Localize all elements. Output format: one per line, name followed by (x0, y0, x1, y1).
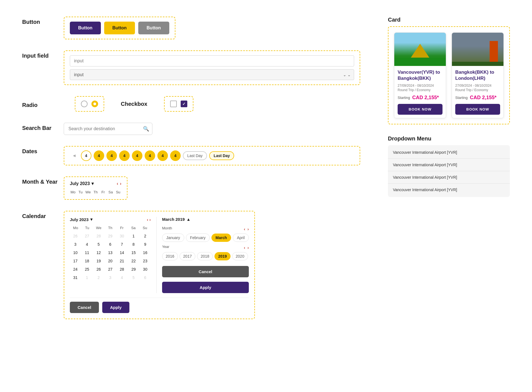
date-btn-4[interactable]: 4 (119, 150, 130, 161)
month-year-prev[interactable]: ‹ (117, 181, 118, 186)
dropdown-item-4[interactable]: Vancouver International Airport [YVR] (388, 184, 510, 196)
card-dates-2: 27/09/2024 - 08/10/2024 (455, 84, 500, 88)
button-gray[interactable]: Button (138, 22, 169, 34)
date-btn-3[interactable]: 4 (106, 150, 117, 161)
date-lastday-2[interactable]: Last Day (209, 151, 234, 160)
months-row: January February March April (162, 234, 249, 242)
year-2016[interactable]: 2016 (162, 252, 178, 260)
dropdown-section-label: Dropdown Menu (388, 135, 510, 142)
card-dates-1: 27/09/2024 - 08/10/2024 (398, 84, 443, 88)
dropdown-section: Dropdown Menu Vancouver International Ai… (388, 135, 510, 197)
cal-weekdays: Mo Tu We Th Fr Sa Su (70, 225, 151, 231)
dates-nav-left[interactable]: ◄ (70, 152, 79, 159)
button-purple[interactable]: Button (70, 22, 101, 34)
cal-days: 26 27 28 29 30 1 2 3 4 5 6 (70, 232, 151, 281)
date-btn-5[interactable]: 4 (132, 150, 142, 161)
search-input[interactable] (64, 123, 152, 135)
right-panel-actions: Cancel Apply (162, 266, 249, 293)
card-item-2: Bangkok(BKK) to London(LHR) 27/09/2024 -… (452, 32, 504, 118)
cal-right-cancel-button[interactable]: Cancel (162, 266, 249, 277)
input-field-container: input (64, 50, 360, 85)
select-input-field[interactable]: input (70, 69, 354, 80)
calendar-right-panel: March 2019 ▲ Month ‹ (156, 217, 249, 293)
card-book-btn-1[interactable]: BOOK NOW (398, 104, 443, 115)
dropdown-item-1[interactable]: Vancouver International Airport [YVR] (388, 146, 510, 159)
dates-section-label: Dates (22, 146, 58, 155)
date-btn-2[interactable]: 4 (94, 150, 104, 161)
card-price-1: CAD 2,155* (412, 95, 439, 101)
radio-container (75, 96, 104, 112)
years-row: 2016 2017 2018 2019 2020 (162, 252, 249, 260)
year-2020[interactable]: 2020 (232, 252, 248, 260)
card-section-label: Card (388, 17, 510, 23)
month-february[interactable]: February (186, 234, 210, 242)
month-march[interactable]: March (211, 234, 231, 242)
month-year-chevron: ▾ (91, 181, 94, 186)
cal-left-next[interactable]: › (149, 217, 151, 222)
month-picker-label: Month (162, 226, 172, 230)
date-lastday-1[interactable]: Last Day (183, 151, 207, 160)
cal-apply-button[interactable]: Apply (102, 302, 129, 313)
weekdays-row: Mo Tu We Th Fr Sa Su (70, 189, 121, 195)
year-2018[interactable]: 2018 (197, 252, 213, 260)
cal-left-prev[interactable]: ‹ (147, 217, 148, 222)
date-btn-8[interactable]: 4 (170, 150, 181, 161)
card-type-1: Round Trip / Economy (398, 88, 443, 92)
month-january[interactable]: January (162, 234, 184, 242)
cal-bottom-actions: Cancel Apply (70, 298, 249, 313)
card-section: Card Vancouver(YVR) to Bangkok(BKK) 27/0… (388, 17, 510, 124)
buttons-container: Button Button Button (64, 17, 175, 39)
date-btn-6[interactable]: 4 (145, 150, 155, 161)
date-btn-7[interactable]: 4 (157, 150, 168, 161)
calendar-container: July 2023 ▾ ‹ › Mo Tu (64, 211, 255, 319)
button-section-label: Button (22, 17, 58, 25)
checkbox-checked[interactable] (181, 101, 187, 107)
radio-section-label: Radio (22, 100, 58, 108)
checkbox-container (164, 96, 193, 112)
radio-checked[interactable] (91, 101, 98, 107)
cal-right-apply-button[interactable]: Apply (162, 282, 249, 293)
dropdown-item-3[interactable]: Vancouver International Airport [YVR] (388, 171, 510, 184)
year-2019[interactable]: 2019 (214, 252, 230, 260)
button-yellow[interactable]: Button (104, 22, 135, 34)
month-picker-prev[interactable]: ‹ (244, 227, 245, 231)
month-picker: Month ‹ › January February (162, 226, 249, 260)
dropdown-item-2[interactable]: Vancouver International Airport [YVR] (388, 159, 510, 171)
month-year-section-label: Month & Year (22, 176, 58, 185)
search-icon: 🔍 (143, 126, 149, 132)
date-btn-1[interactable]: 4 (81, 150, 91, 161)
checkbox-section-label: Checkbox (121, 101, 147, 107)
year-2017[interactable]: 2017 (180, 252, 195, 260)
card-image-bangkok (394, 33, 446, 66)
text-input-field[interactable] (70, 55, 354, 66)
year-picker-next[interactable]: › (247, 245, 249, 250)
month-picker-next[interactable]: › (247, 227, 249, 231)
card-book-btn-2[interactable]: BOOK NOW (455, 104, 500, 115)
calendar-section-label: Calendar (22, 211, 58, 219)
card-starting-2: Starting (455, 96, 468, 100)
month-year-next[interactable]: › (120, 181, 121, 186)
checkbox-unchecked[interactable] (170, 101, 177, 107)
month-april[interactable]: April (233, 234, 249, 242)
card-price-row-1: Starting CAD 2,155* (398, 95, 443, 101)
year-picker-prev[interactable]: ‹ (244, 245, 245, 250)
card-item-1: Vancouver(YVR) to Bangkok(BKK) 27/09/202… (394, 32, 446, 118)
search-bar-section-label: Search Bar (22, 123, 58, 131)
month-year-title[interactable]: July 2023 ▾ (70, 181, 94, 186)
year-picker-label: Year (162, 245, 169, 249)
cal-right-title[interactable]: March 2019 ▲ (162, 217, 191, 222)
card-price-row-2: Starting CAD 2,155* (455, 95, 500, 101)
cal-left-title[interactable]: July 2023 ▾ (70, 217, 93, 222)
card-image-london (452, 33, 503, 66)
cal-cancel-button[interactable]: Cancel (70, 302, 99, 313)
card-container: Vancouver(YVR) to Bangkok(BKK) 27/09/202… (388, 26, 510, 124)
card-title-1: Vancouver(YVR) to Bangkok(BKK) (398, 69, 443, 81)
input-field-section-label: Input field (22, 50, 58, 59)
calendar-left-panel: July 2023 ▾ ‹ › Mo Tu (70, 217, 151, 293)
month-year-text: July 2023 (70, 181, 90, 186)
search-bar-wrapper: 🔍 (64, 123, 152, 135)
card-price-2: CAD 2,155* (470, 95, 497, 101)
dropdown-menu-container: Vancouver International Airport [YVR] Va… (388, 145, 510, 197)
radio-unchecked[interactable] (81, 101, 88, 107)
month-year-container: July 2023 ▾ ‹ › Mo Tu We Th Fr (64, 176, 127, 200)
